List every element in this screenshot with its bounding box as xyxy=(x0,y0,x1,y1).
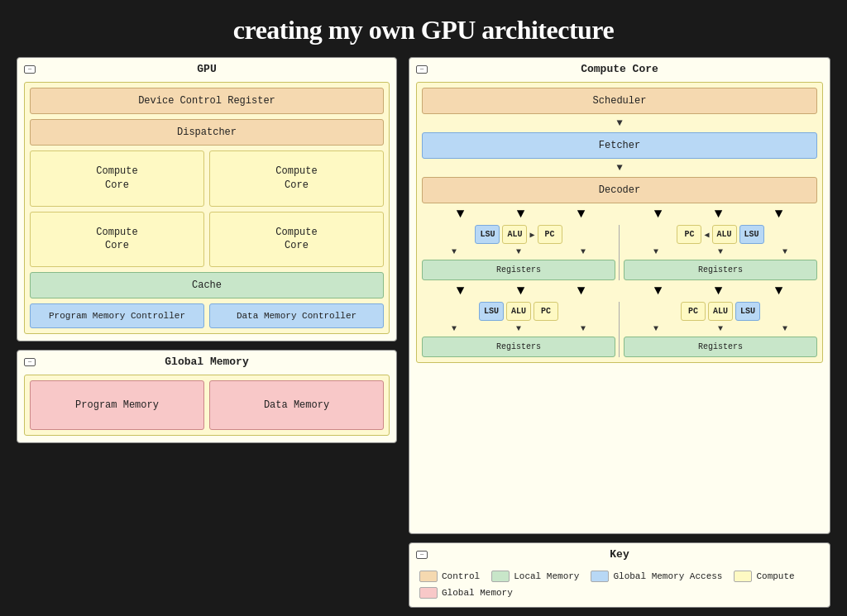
key-title-bar: Key xyxy=(416,548,823,561)
alu-4: ALU xyxy=(708,302,733,321)
left-column: GPU Device Control Register Dispatcher C… xyxy=(17,57,397,608)
key-local-mem: Local Memory xyxy=(491,571,579,582)
units-row-1: LSU ALU ▶ PC ▼▼▼ Registers xyxy=(422,225,817,280)
pc-3: PC xyxy=(534,302,558,321)
global-mem-inner: Program Memory Data Memory xyxy=(24,375,390,436)
arr2: ▼ xyxy=(517,207,525,222)
global-mem-panel-icon xyxy=(24,358,36,366)
group1-arrows-down: ▼▼▼ xyxy=(422,247,615,256)
global-mem-panel-title: Global Memory xyxy=(165,356,248,368)
dispatcher: Dispatcher xyxy=(30,119,384,146)
page-title: creating my own GPU architecture xyxy=(233,15,614,45)
registers-4: Registers xyxy=(624,337,817,357)
cache: Cache xyxy=(30,272,384,298)
key-control-label: Control xyxy=(442,571,480,581)
compute-core-2: ComputeCore xyxy=(209,150,384,207)
arr4: ▼ xyxy=(654,207,663,222)
sub-units-4: PC ALU LSU xyxy=(624,302,817,321)
compute-core-panel: Compute Core Scheduler ▼ Fetcher ▼ Decod… xyxy=(409,57,830,534)
registers-arrows-down: ▼ ▼ ▼ ▼ ▼ ▼ xyxy=(422,284,817,298)
key-local-mem-swatch xyxy=(491,571,510,582)
arr6: ▼ xyxy=(775,207,783,222)
key-inner: Control Local Memory Global Memory Acces… xyxy=(416,567,823,600)
decoder-arrows: ▼ ▼ ▼ ▼ ▼ ▼ xyxy=(422,207,817,222)
gpu-panel-title: GPU xyxy=(197,63,216,75)
decoder: Decoder xyxy=(422,177,817,203)
key-panel: Key Control Local Memory Global Memory A… xyxy=(409,542,830,608)
key-panel-title: Key xyxy=(610,548,629,561)
sub-units-3: LSU ALU PC xyxy=(422,302,615,321)
gpu-inner: Device Control Register Dispatcher Compu… xyxy=(24,82,390,334)
compute-core-4: ComputeCore xyxy=(209,212,384,268)
lsu-4: LSU xyxy=(735,302,760,321)
right-column: Compute Core Scheduler ▼ Fetcher ▼ Decod… xyxy=(409,57,830,608)
key-control: Control xyxy=(419,571,480,582)
unit-group-3: LSU ALU PC ▼▼▼ Registers xyxy=(422,302,615,357)
arr12: ▼ xyxy=(775,284,783,298)
key-global-access: Global Memory Access xyxy=(591,571,722,582)
registers-3: Registers xyxy=(422,337,615,357)
arrow-fetch-decode: ▼ xyxy=(422,163,817,173)
sub-units-2: PC ◀ ALU LSU xyxy=(624,225,817,244)
group3-arrows-down: ▼▼▼ xyxy=(422,324,615,333)
key-global-mem-label: Global Memory xyxy=(442,588,513,598)
arr11: ▼ xyxy=(715,284,723,298)
arr1: ▼ xyxy=(457,207,465,222)
cc-title-bar: Compute Core xyxy=(416,63,823,75)
compute-core-3: ComputeCore xyxy=(30,212,204,268)
gpu-panel: GPU Device Control Register Dispatcher C… xyxy=(17,57,397,341)
pc-2: PC xyxy=(677,225,701,244)
key-compute-label: Compute xyxy=(756,571,794,581)
arr5: ▼ xyxy=(715,207,723,222)
alu-1: ALU xyxy=(502,225,527,244)
cc-panel-icon xyxy=(416,65,428,74)
arrow-alu-pc-1: ▶ xyxy=(529,230,534,240)
cores-grid: ComputeCore ComputeCore ComputeCore Comp… xyxy=(30,150,384,267)
scheduler: Scheduler xyxy=(422,88,817,114)
main-content: GPU Device Control Register Dispatcher C… xyxy=(17,57,830,608)
arrow-sched-fetch: ▼ xyxy=(422,118,817,128)
arrow-pc-alu-2: ◀ xyxy=(704,230,709,240)
lsu-3: LSU xyxy=(479,302,504,321)
key-compute-swatch xyxy=(734,571,752,582)
compute-core-1: ComputeCore xyxy=(30,150,204,207)
data-mem-ctrl: Data Memory Controller xyxy=(209,303,384,328)
arr10: ▼ xyxy=(654,284,663,298)
device-control-register: Device Control Register xyxy=(30,88,384,114)
program-memory: Program Memory xyxy=(30,380,204,430)
group2-arrows-down: ▼▼▼ xyxy=(624,247,817,256)
divider-1 xyxy=(619,225,620,280)
key-global-access-label: Global Memory Access xyxy=(613,571,722,581)
pc-4: PC xyxy=(681,302,706,321)
divider-2 xyxy=(619,302,620,357)
key-global-mem-swatch xyxy=(419,587,438,599)
key-control-swatch xyxy=(419,571,438,582)
group4-arrows-down: ▼▼▼ xyxy=(624,324,817,333)
unit-group-2: PC ◀ ALU LSU ▼▼▼ Registers xyxy=(624,225,817,280)
key-local-mem-label: Local Memory xyxy=(514,571,579,581)
arr9: ▼ xyxy=(577,284,586,298)
global-memory-panel: Global Memory Program Memory Data Memory xyxy=(17,350,397,443)
alu-2: ALU xyxy=(712,225,737,244)
arr8: ▼ xyxy=(517,284,525,298)
data-memory: Data Memory xyxy=(209,380,384,430)
key-global-mem: Global Memory xyxy=(419,587,513,599)
units-row-2: LSU ALU PC ▼▼▼ Registers xyxy=(422,302,817,357)
key-panel-icon xyxy=(416,551,428,559)
controllers-row: Program Memory Controller Data Memory Co… xyxy=(30,303,384,328)
unit-group-1: LSU ALU ▶ PC ▼▼▼ Registers xyxy=(422,225,615,280)
key-compute: Compute xyxy=(734,571,794,582)
arr7: ▼ xyxy=(457,284,465,298)
arr3: ▼ xyxy=(577,207,586,222)
unit-group-4: PC ALU LSU ▼▼▼ Registers xyxy=(624,302,817,357)
lsu-1: LSU xyxy=(475,225,500,244)
registers-1: Registers xyxy=(422,260,615,280)
fetcher: Fetcher xyxy=(422,132,817,159)
gpu-title-bar: GPU xyxy=(24,63,390,75)
prog-mem-ctrl: Program Memory Controller xyxy=(30,303,204,328)
lsu-2: LSU xyxy=(739,225,764,244)
cc-inner: Scheduler ▼ Fetcher ▼ Decoder ▼ ▼ ▼ ▼ ▼ … xyxy=(416,82,823,363)
alu-3: ALU xyxy=(506,302,531,321)
registers-2: Registers xyxy=(624,260,817,280)
global-mem-title-bar: Global Memory xyxy=(24,356,390,368)
